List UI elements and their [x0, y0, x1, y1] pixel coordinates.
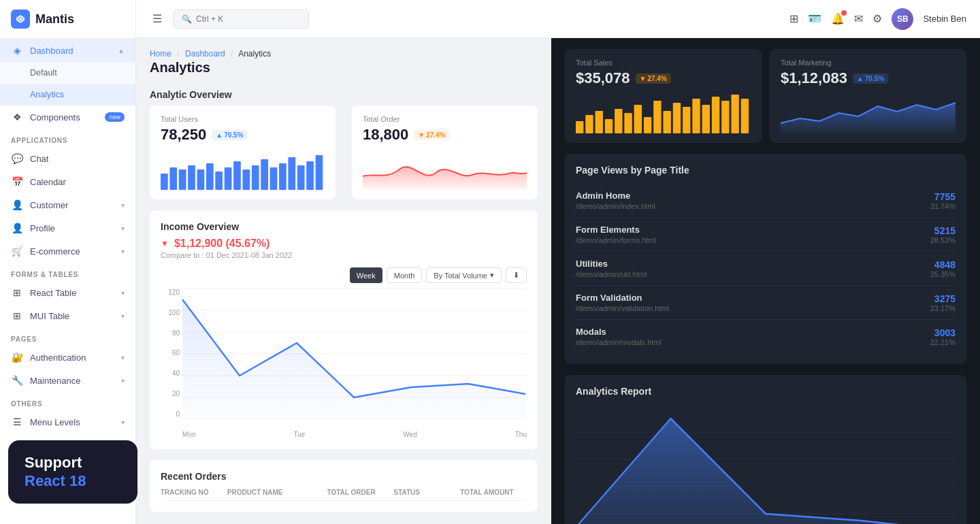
svg-rect-26	[585, 115, 593, 133]
income-title: Income Overview	[161, 221, 239, 232]
sidebar-item-default[interactable]: Default	[0, 62, 135, 84]
svg-rect-3	[188, 165, 195, 190]
income-overview-card: Income Overview ▼ $1,12,900 (45.67%) Com…	[150, 210, 538, 449]
stat-badge: ▲ 70.5%	[212, 130, 247, 140]
pv-row-2: Form Elements /demo/admin/forms.html 521…	[576, 218, 956, 252]
calendar-icon: 📅	[11, 176, 23, 187]
breadcrumb-current: Analytics	[238, 49, 271, 59]
search-box[interactable]: 🔍	[173, 10, 309, 29]
svg-rect-31	[634, 105, 642, 133]
breadcrumb-area: Home / Dashboard / Analytics Analytics	[136, 38, 551, 81]
support-react18-overlay[interactable]: Support React 18	[8, 440, 137, 504]
customer-icon: 👤	[11, 199, 23, 210]
sidebar-item-customer[interactable]: 👤 Customer ▾	[0, 193, 135, 216]
sidebar-item-react-table[interactable]: ⊞ React Table ▾	[0, 281, 135, 304]
breadcrumb-home[interactable]: Home	[150, 49, 172, 59]
week-button[interactable]: Week	[350, 267, 382, 283]
month-button[interactable]: Month	[387, 267, 423, 283]
section-label-forms: Forms & Tables	[0, 263, 135, 281]
card-icon[interactable]: 🪪	[808, 12, 821, 25]
pv-row-3: Utilities /demo/admin/util.html 4848 25.…	[576, 252, 956, 286]
menu-levels-icon: ☰	[11, 416, 23, 427]
sidebar-item-label: Analytics	[30, 90, 64, 99]
page-title: Analytics	[150, 60, 538, 76]
dark-stat-value: $35,078	[576, 69, 630, 87]
sidebar-item-label: Chat	[30, 154, 48, 164]
col-total-amount: Total Amount	[460, 489, 527, 496]
svg-rect-36	[683, 107, 690, 133]
sidebar-item-label: React Table	[30, 288, 76, 298]
volume-button[interactable]: By Total Volume ▾	[426, 267, 502, 283]
sidebar-item-analytics[interactable]: Analytics	[0, 84, 135, 105]
sidebar-item-profile[interactable]: 👤 Profile ▾	[0, 216, 135, 240]
sidebar-item-authentication[interactable]: 🔐 Authentication ▾	[0, 346, 135, 369]
svg-rect-1	[169, 167, 177, 190]
sidebar-item-label: Authentication	[30, 353, 86, 363]
notification-icon[interactable]: 🔔	[831, 12, 845, 25]
breadcrumb-dashboard[interactable]: Dashboard	[185, 49, 225, 59]
svg-rect-14	[288, 157, 295, 190]
section-label-others: Others	[0, 392, 135, 410]
svg-rect-28	[605, 119, 612, 133]
profile-icon: 👤	[11, 223, 23, 233]
income-chart: 120 100 80 60 40 20 0	[161, 289, 527, 438]
sidebar-item-ecommerce[interactable]: 🛒 E-commerce ▾	[0, 240, 135, 263]
stat-label: Total Users	[161, 115, 325, 123]
sidebar-item-label: E-commerce	[30, 246, 80, 257]
user-name: Stebin Ben	[923, 14, 966, 24]
sidebar-item-maintenance[interactable]: 🔧 Maintenance ▾	[0, 369, 135, 392]
chevron-down-icon: ▾	[121, 377, 125, 384]
pv-row-1: Admin Home /demo/admin/index.html 7755 3…	[576, 184, 956, 218]
sidebar-item-components[interactable]: ❖ Components new	[0, 105, 135, 129]
dashboard-icon: ◈	[11, 45, 23, 56]
sidebar-item-chat[interactable]: 💬 Chat	[0, 147, 135, 170]
mail-icon[interactable]: ✉	[854, 12, 863, 25]
svg-rect-13	[279, 163, 287, 190]
settings-icon[interactable]: ⚙	[872, 12, 882, 25]
dark-stat-label: Total Sales	[576, 59, 751, 67]
svg-rect-42	[741, 99, 749, 133]
stat-card-users: Total Users 78,250 ▲ 70.5%	[150, 105, 336, 199]
sidebar-item-label: Default	[30, 68, 57, 78]
sidebar-item-menu-levels[interactable]: ☰ Menu Levels ▾	[0, 410, 135, 433]
sidebar-item-mui-table[interactable]: ⊞ MUI Table ▾	[0, 304, 135, 327]
income-value: $1,12,900 (45.67%)	[174, 238, 270, 250]
search-input[interactable]	[196, 14, 278, 24]
col-status: Status	[393, 489, 460, 496]
main-area: ☰ 🔍 ⊞ 🪪 🔔 ✉ ⚙ SB Stebin Ben	[136, 0, 980, 524]
recent-orders-title: Recent Orders	[161, 471, 527, 482]
search-icon: 🔍	[182, 14, 192, 24]
svg-rect-17	[316, 155, 323, 190]
stat-badge: ▼ 27.4%	[414, 130, 449, 140]
svg-rect-25	[576, 121, 583, 133]
stat-badge: ▲ 70.5%	[853, 73, 888, 84]
sidebar-item-dashboard[interactable]: ◈ Dashboard ▲	[0, 39, 135, 62]
chevron-down-icon: ▾	[490, 271, 494, 280]
stat-cards-light: Total Users 78,250 ▲ 70.5%	[150, 105, 538, 199]
svg-rect-8	[233, 161, 241, 190]
menu-toggle-button[interactable]: ☰	[150, 10, 165, 28]
chevron-down-icon: ▾	[121, 419, 125, 426]
grid-icon[interactable]: ⊞	[789, 12, 798, 25]
chevron-down-icon: ▾	[121, 248, 125, 255]
download-button[interactable]: ⬇	[506, 267, 527, 283]
sidebar-item-calendar[interactable]: 📅 Calendar	[0, 170, 135, 193]
dark-stat-cards: Total Sales $35,078 ▼ 27.4%	[551, 38, 980, 143]
chevron-up-icon: ▲	[118, 47, 125, 54]
chevron-down-icon: ▾	[121, 289, 125, 297]
sidebar-logo[interactable]: Mantis	[0, 0, 135, 39]
section-label-applications: Applications	[0, 129, 135, 147]
chat-icon: 💬	[11, 153, 23, 164]
logo-icon	[11, 10, 30, 29]
svg-rect-16	[306, 161, 314, 190]
avatar[interactable]: SB	[892, 8, 913, 30]
content-area: Home / Dashboard / Analytics Analytics A…	[136, 38, 980, 524]
section-label-pages: Pages	[0, 327, 135, 346]
sidebar-item-label: Profile	[30, 223, 55, 233]
dark-stat-label: Total Marketing	[781, 59, 956, 67]
svg-rect-10	[252, 165, 259, 190]
stat-chart-orders	[363, 149, 527, 190]
arrow-down-icon: ▼	[640, 75, 647, 82]
stat-value: 78,250	[161, 126, 206, 144]
svg-rect-11	[261, 159, 268, 190]
